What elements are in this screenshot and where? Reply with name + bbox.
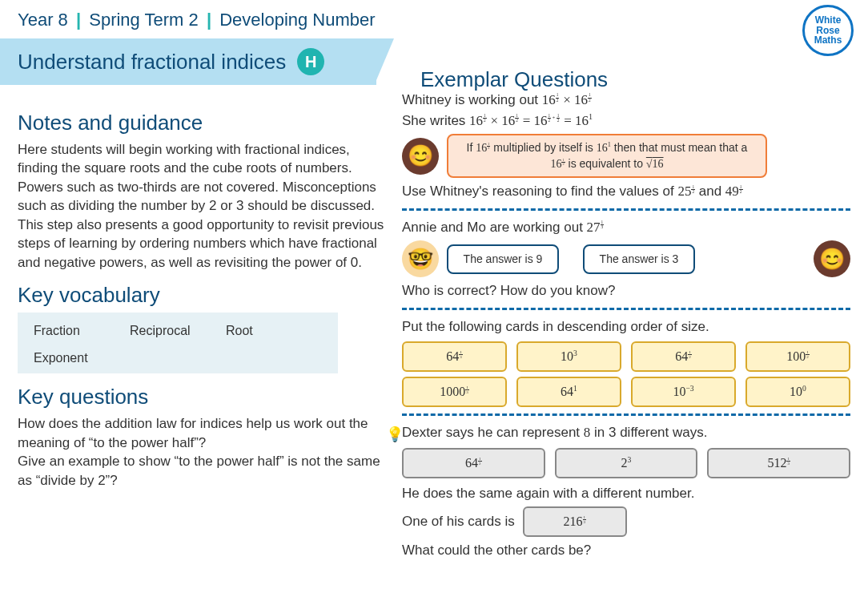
speech-mo: The answer is 3 [583, 244, 695, 274]
q4-line4: What could the other cards be? [402, 540, 850, 561]
q4-line1: Dexter says he can represent 8 in 3 diff… [402, 422, 850, 443]
math-card: 641 [516, 377, 621, 407]
speech-annie: The answer is 9 [447, 244, 559, 274]
q1-speech-row: 😊 If 1612 multiplied by itself is 161 th… [402, 134, 850, 178]
card-row-3: 6412 23 51213 [402, 448, 850, 478]
q3-prompt: Put the following cards in descending or… [402, 317, 850, 337]
divider [402, 208, 850, 211]
page-header: Year 8 | Spring Term 2 | Developing Numb… [0, 0, 868, 38]
avatar-mo: 😊 [814, 240, 850, 277]
lesson-title: Understand fractional indices [18, 50, 286, 75]
math-card: 23 [555, 448, 698, 478]
vocab-item: Root [226, 324, 322, 338]
q1-line1: Whitney is working out 1612 × 1612 [402, 90, 850, 111]
card-row-2: 100013 641 10−3 100 [402, 377, 850, 407]
q4-block: 💡 Dexter says he can represent 8 in 3 di… [402, 422, 850, 561]
vocab-item: Exponent [34, 351, 130, 365]
math-card: 6412 [631, 341, 736, 372]
topic-label: Developing Number [219, 10, 375, 30]
term-label: Spring Term 2 [89, 10, 199, 30]
year-label: Year 8 [18, 10, 68, 30]
q1-line2: She writes 1612 × 1612 = 1612 + 12 = 161 [402, 111, 850, 131]
keyq-1: How does the addition law for indices he… [18, 414, 386, 452]
vocab-box: Fraction Reciprocal Root Exponent [18, 313, 338, 373]
notes-text: Here students will begin working with fr… [18, 140, 386, 272]
math-card: 10−3 [631, 377, 736, 407]
card-row-1: 6413 103 6412 10012 [402, 341, 850, 372]
math-card: 10012 [745, 341, 850, 372]
q2-line1: Annie and Mo are working out 2713 [402, 217, 850, 238]
brand-logo: White Rose Maths [802, 5, 854, 56]
speech-bubble-whitney: If 1612 multiplied by itself is 161 then… [447, 134, 767, 178]
avatar-annie: 🤓 [402, 240, 439, 277]
keyq-2: Give an example to show “to the power ha… [18, 452, 386, 490]
math-card: 100 [745, 377, 850, 407]
exemplar-heading: Exemplar Questions [420, 67, 608, 92]
vocab-heading: Key vocabulary [18, 283, 386, 308]
math-card: 51213 [707, 448, 850, 478]
q2-speech-row: 🤓 The answer is 9 The answer is 3 😊 [402, 240, 850, 277]
q4-line3: One of his cards is 21613 [402, 506, 850, 537]
keyq-heading: Key questions [18, 385, 386, 409]
q1-prompt: Use Whitney's reasoning to find the valu… [402, 181, 850, 202]
lightbulb-icon: 💡 [386, 424, 404, 446]
math-card: 103 [516, 341, 621, 372]
left-column: Notes and guidance Here students will be… [18, 85, 386, 561]
math-card: 6412 [402, 448, 545, 478]
divider [402, 413, 850, 416]
vocab-item: Reciprocal [130, 324, 226, 338]
vocab-item: Fraction [34, 324, 130, 338]
right-column: Whitney is working out 1612 × 1612 She w… [402, 85, 850, 561]
lesson-banner: Understand fractional indices H [0, 38, 376, 85]
notes-heading: Notes and guidance [18, 111, 386, 135]
q4-line2: He does the same again with a different … [402, 483, 850, 504]
divider [402, 308, 850, 310]
avatar-whitney: 😊 [402, 138, 439, 175]
badge-higher: H [297, 48, 324, 75]
math-card: 100013 [402, 377, 507, 407]
q2-prompt: Who is correct? How do you know? [402, 280, 850, 301]
math-card: 6413 [402, 341, 507, 372]
math-card: 21613 [523, 506, 627, 537]
